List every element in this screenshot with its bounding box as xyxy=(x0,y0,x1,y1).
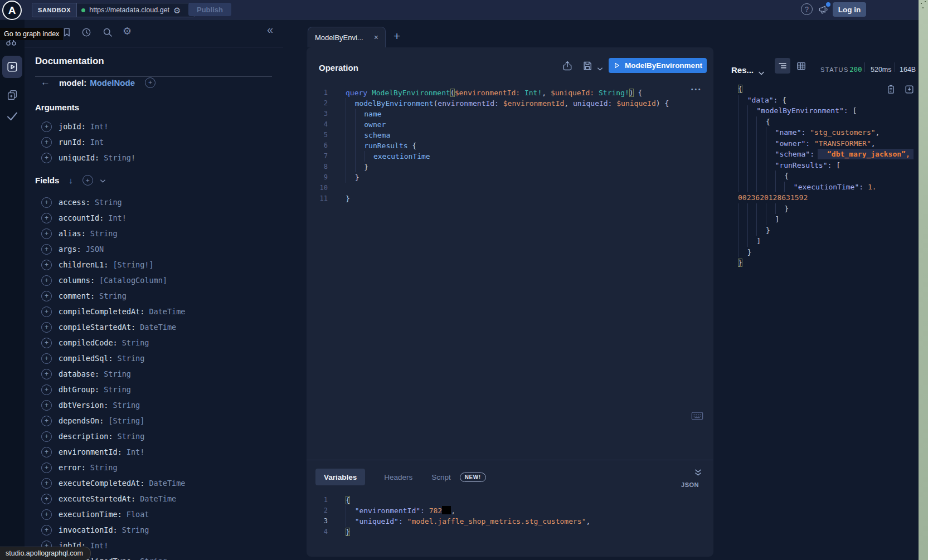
code-line[interactable]: 0023620128631592 xyxy=(738,192,917,203)
add-to-query-button[interactable]: + xyxy=(41,384,52,395)
field-type[interactable]: [String] xyxy=(108,416,144,425)
field-type[interactable]: String xyxy=(90,463,118,472)
code-line[interactable]: "data": { xyxy=(738,95,917,106)
code-line[interactable]: "owner": "TRANSFORMER", xyxy=(738,138,917,149)
field-name[interactable]: compileCompletedAt: xyxy=(59,307,144,316)
field-type[interactable]: DateTime xyxy=(140,323,176,332)
field-name[interactable]: executeCompletedAt: xyxy=(59,479,144,488)
field-type[interactable]: DateTime xyxy=(140,494,176,503)
add-to-query-button[interactable]: + xyxy=(41,525,52,535)
field-type[interactable]: DateTime xyxy=(149,307,185,316)
tab-variables[interactable]: Variables xyxy=(315,469,365,485)
add-to-query-button[interactable]: + xyxy=(41,322,52,333)
add-to-query-button[interactable]: + xyxy=(41,431,52,442)
field-name[interactable]: alias: xyxy=(59,229,86,238)
code-line[interactable]: } xyxy=(738,225,917,236)
field-type[interactable]: JSON xyxy=(86,245,104,254)
add-to-query-button[interactable]: + xyxy=(41,228,52,239)
close-tab-icon[interactable]: × xyxy=(374,33,378,42)
field-type[interactable]: String xyxy=(118,354,145,363)
run-operation-button[interactable]: ModelByEnvironment xyxy=(609,58,707,73)
sidebar-item-explorer[interactable] xyxy=(2,56,22,78)
add-to-query-button[interactable]: + xyxy=(41,462,52,473)
collapse-panel-icon[interactable]: « xyxy=(267,23,273,36)
new-tab-button[interactable]: + xyxy=(393,30,400,43)
graphql-editor[interactable]: 1query ModelByEnvironment($environmentId… xyxy=(307,87,713,204)
field-type[interactable]: String! xyxy=(104,153,135,162)
field-name[interactable]: jobId: xyxy=(59,122,86,131)
code-line[interactable]: 10 xyxy=(307,183,713,193)
code-line[interactable]: } xyxy=(738,247,917,258)
login-button[interactable]: Log in xyxy=(833,2,866,17)
field-type[interactable]: Int! xyxy=(127,447,145,456)
field-type[interactable]: [CatalogColumn] xyxy=(99,276,167,285)
code-line[interactable]: { xyxy=(738,116,917,128)
tab-script[interactable]: Script xyxy=(430,469,452,485)
code-line[interactable]: 5schema xyxy=(307,130,713,140)
tab-label[interactable]: ModelByEnvi... xyxy=(315,33,370,42)
help-icon[interactable]: ? xyxy=(801,3,813,15)
endpoint-input[interactable]: https://metadata.cloud.get ⚙ xyxy=(77,3,195,17)
add-to-query-button[interactable]: + xyxy=(41,400,52,411)
field-name[interactable]: dbtGroup: xyxy=(59,385,99,394)
search-icon[interactable] xyxy=(102,27,113,40)
field-name[interactable]: dependsOn: xyxy=(59,416,104,425)
sidebar-item-operation-collections[interactable] xyxy=(6,89,18,101)
code-line[interactable]: 9} xyxy=(307,172,713,183)
add-all-fields-button[interactable]: + xyxy=(145,77,156,88)
code-line[interactable]: 11} xyxy=(307,193,713,204)
field-type[interactable]: String xyxy=(118,432,145,441)
add-to-query-button[interactable]: + xyxy=(41,478,52,489)
code-line[interactable]: 6runResults { xyxy=(307,140,713,151)
code-line[interactable]: 4} xyxy=(307,527,713,537)
field-type[interactable]: String xyxy=(140,557,167,560)
code-line[interactable]: { xyxy=(738,171,917,182)
history-icon[interactable] xyxy=(81,27,92,40)
field-name[interactable]: executionTime: xyxy=(59,510,122,519)
add-to-query-button[interactable]: + xyxy=(41,369,52,379)
code-line[interactable]: 2"environmentId": 782, xyxy=(307,505,713,516)
code-line[interactable]: ] xyxy=(738,236,917,247)
field-name[interactable]: accountId: xyxy=(59,213,104,222)
add-fields-button[interactable]: + xyxy=(82,175,93,186)
code-line[interactable]: } xyxy=(738,257,917,269)
field-name[interactable]: compileStartedAt: xyxy=(59,323,135,332)
field-name[interactable]: dbtVersion: xyxy=(59,401,108,410)
field-type[interactable]: DateTime xyxy=(149,479,185,488)
code-line[interactable]: "schema":“dbt_mary_jackson”, xyxy=(738,149,917,160)
announcements-icon[interactable] xyxy=(818,4,829,15)
keyboard-shortcuts-icon[interactable] xyxy=(691,411,703,423)
field-type[interactable]: String xyxy=(113,401,140,410)
field-type[interactable]: Float xyxy=(127,510,149,519)
code-line[interactable]: 2modelByEnvironment(environmentId: $envi… xyxy=(307,98,713,109)
field-name[interactable]: comment: xyxy=(59,291,95,300)
code-line[interactable]: } xyxy=(738,203,917,215)
add-to-query-button[interactable]: + xyxy=(41,275,52,286)
publish-button[interactable]: Publish xyxy=(188,3,231,16)
field-type[interactable]: String xyxy=(122,525,149,534)
add-to-query-button[interactable]: + xyxy=(41,153,52,163)
save-operation-icon[interactable] xyxy=(582,60,593,74)
code-line[interactable]: 1query ModelByEnvironment($environmentId… xyxy=(307,87,713,98)
endpoint-settings-icon[interactable]: ⚙ xyxy=(173,6,181,14)
add-to-query-button[interactable]: + xyxy=(41,509,52,520)
add-to-query-button[interactable]: + xyxy=(41,260,52,270)
field-name[interactable]: environmentId: xyxy=(59,447,122,456)
breadcrumb-type[interactable]: ModelNode xyxy=(90,78,135,87)
code-line[interactable]: 3"uniqueId": "model.jaffle_shop_metrics.… xyxy=(307,516,713,527)
variables-editor[interactable]: 1{2"environmentId": 782,3"uniqueId": "mo… xyxy=(307,495,713,537)
add-to-query-button[interactable]: + xyxy=(41,447,52,457)
code-line[interactable]: "modelByEnvironment": [ xyxy=(738,105,917,116)
field-name[interactable]: compiledCode: xyxy=(59,338,118,347)
collapse-variables-icon[interactable] xyxy=(694,469,702,479)
response-table-view-button[interactable] xyxy=(796,61,806,74)
field-name[interactable]: executeStartedAt: xyxy=(59,494,135,503)
add-to-query-button[interactable]: + xyxy=(41,306,52,317)
field-name[interactable]: compiledSql: xyxy=(59,354,113,363)
add-to-query-button[interactable]: + xyxy=(41,197,52,208)
save-options-chevron-icon[interactable] xyxy=(597,64,603,74)
settings-gear-icon[interactable]: ⚙ xyxy=(123,25,132,37)
field-type[interactable]: [String!] xyxy=(113,260,153,269)
field-name[interactable]: error: xyxy=(59,463,86,472)
field-name[interactable]: description: xyxy=(59,432,113,441)
